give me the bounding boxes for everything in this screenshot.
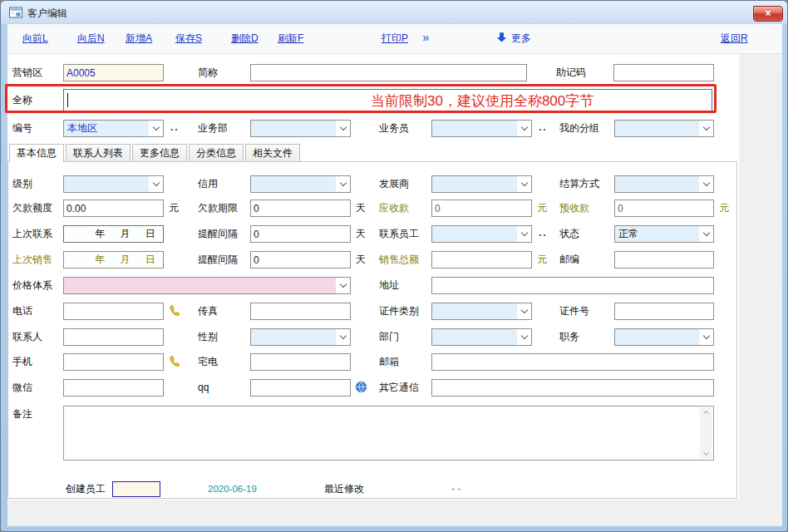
last-sale-date-input[interactable]: 年月日 — [63, 251, 164, 268]
address-input[interactable] — [431, 277, 714, 294]
chevron-down-icon — [699, 226, 713, 242]
receivable-label: 应收款 — [379, 200, 409, 217]
next-button[interactable]: 向后N — [77, 32, 105, 46]
remind-interval-label: 提醒间隔 — [198, 225, 238, 243]
contact-staff-label: 联系员工 — [379, 225, 419, 243]
back-button[interactable]: 返回R — [721, 32, 748, 46]
wechat-input[interactable] — [63, 379, 164, 397]
yuan-unit: 元 — [719, 200, 729, 217]
titlebar[interactable]: 客户编辑 — [1, 1, 788, 24]
cert-type-label: 证件类别 — [379, 303, 419, 320]
salesman-label: 业务员 — [379, 120, 409, 137]
tab-category-info[interactable]: 分类信息 — [189, 144, 244, 161]
qq-label: qq — [198, 379, 209, 397]
phone-dial-icon[interactable] — [168, 304, 181, 318]
debt-term-input[interactable] — [250, 200, 351, 217]
chevron-down-icon — [517, 121, 531, 136]
contact-staff-lookup-button[interactable]: .. — [539, 225, 548, 243]
tabstrip: 基本信息 联系人列表 更多信息 分类信息 相关文件 — [9, 144, 302, 162]
day-unit: 天 — [356, 251, 366, 268]
salesman-lookup-button[interactable]: .. — [539, 120, 548, 137]
my-group-select[interactable] — [614, 120, 714, 137]
email-input[interactable] — [431, 353, 714, 371]
business-dept-select[interactable] — [250, 120, 351, 137]
developer-select[interactable] — [431, 175, 532, 193]
yuan-unit: 元 — [537, 200, 547, 217]
remind-interval-input[interactable] — [250, 225, 351, 243]
other-comm-input[interactable] — [431, 379, 714, 397]
save-button[interactable]: 保存S — [175, 32, 202, 46]
qq-messenger-icon[interactable] — [355, 381, 367, 393]
remind-interval-label: 提醒间隔 — [198, 251, 238, 268]
tab-more-info[interactable]: 更多信息 — [132, 144, 187, 161]
gender-label: 性别 — [198, 328, 218, 346]
add-button[interactable]: 新增A — [126, 32, 152, 46]
contact-label: 联系人 — [12, 328, 42, 346]
contact-input[interactable] — [63, 328, 164, 346]
more-arrow-icon[interactable] — [496, 32, 507, 43]
last-contact-date-input[interactable]: 年月日 — [63, 225, 164, 243]
cert-no-label: 证件号 — [559, 303, 589, 320]
position-label: 职务 — [559, 328, 579, 346]
fax-input[interactable] — [250, 303, 351, 320]
mnemonic-input[interactable] — [613, 64, 714, 81]
status-select[interactable]: 正常 — [614, 225, 714, 243]
sales-total-input[interactable] — [431, 251, 532, 268]
salesman-select[interactable] — [431, 120, 532, 137]
marketing-area-label: 营销区 — [12, 64, 42, 81]
settlement-label: 结算方式 — [559, 175, 599, 193]
receivable-input[interactable] — [431, 200, 532, 217]
tab-related-files[interactable]: 相关文件 — [245, 144, 300, 161]
contact-staff-select[interactable] — [431, 225, 532, 243]
number-label: 编号 — [12, 120, 32, 137]
status-label: 状态 — [559, 225, 579, 243]
region-lookup-button[interactable]: .. — [170, 120, 180, 137]
marketing-area-input[interactable] — [63, 64, 164, 81]
dept-select[interactable] — [431, 328, 532, 346]
phone-dial-icon[interactable] — [168, 355, 181, 368]
debt-limit-label: 欠款额度 — [12, 200, 52, 217]
last-sale-label: 上次销售 — [12, 251, 52, 268]
region-select[interactable]: 本地区 — [63, 120, 164, 137]
level-select[interactable] — [63, 175, 164, 193]
my-group-label: 我的分组 — [559, 120, 599, 137]
last-contact-label: 上次联系 — [12, 225, 52, 243]
full-name-label: 全称 — [12, 91, 32, 109]
advance-input[interactable] — [614, 200, 714, 217]
credit-select[interactable] — [250, 175, 351, 193]
price-system-select[interactable] — [63, 277, 351, 294]
creator-input[interactable] — [112, 481, 160, 497]
gender-select[interactable] — [250, 328, 351, 346]
tab-basic-info[interactable]: 基本信息 — [9, 144, 64, 162]
modified-label: 最近修改 — [324, 480, 364, 498]
delete-button[interactable]: 删除D — [231, 32, 259, 46]
prev-button[interactable]: 向前L — [22, 32, 48, 46]
cert-type-select[interactable] — [431, 303, 532, 320]
tab-contact-list[interactable]: 联系人列表 — [66, 144, 131, 161]
customer-edit-window: 客户编辑 × 向前L 向后N 新增A 保存S 删除D 刷新F 打印P » 更多 … — [0, 0, 788, 532]
more-button[interactable]: 更多 — [511, 32, 531, 46]
remark-scrollbar[interactable] — [700, 407, 712, 459]
mobile-input[interactable] — [63, 353, 164, 371]
qq-input[interactable] — [250, 379, 351, 397]
yuan-unit: 元 — [537, 251, 547, 268]
address-label: 地址 — [379, 277, 399, 294]
postcode-input[interactable] — [614, 251, 714, 268]
position-select[interactable] — [614, 328, 714, 346]
refresh-button[interactable]: 刷新F — [278, 32, 303, 46]
close-button[interactable]: × — [753, 6, 783, 22]
mnemonic-label: 助记码 — [556, 64, 586, 81]
debt-limit-input[interactable] — [63, 200, 164, 217]
remark-textarea[interactable] — [63, 406, 714, 461]
cert-no-input[interactable] — [614, 303, 714, 320]
home-phone-input[interactable] — [250, 353, 351, 371]
remind-interval2-input[interactable] — [250, 251, 351, 268]
business-dept-label: 业务部 — [198, 120, 228, 137]
short-name-input[interactable] — [250, 64, 527, 81]
print-button[interactable]: 打印P — [382, 32, 408, 46]
dept-label: 部门 — [379, 328, 399, 346]
chevron-down-icon — [517, 176, 531, 192]
expand-chevrons-icon[interactable]: » — [422, 30, 429, 44]
phone-input[interactable] — [63, 303, 164, 320]
settlement-select[interactable] — [614, 175, 714, 193]
